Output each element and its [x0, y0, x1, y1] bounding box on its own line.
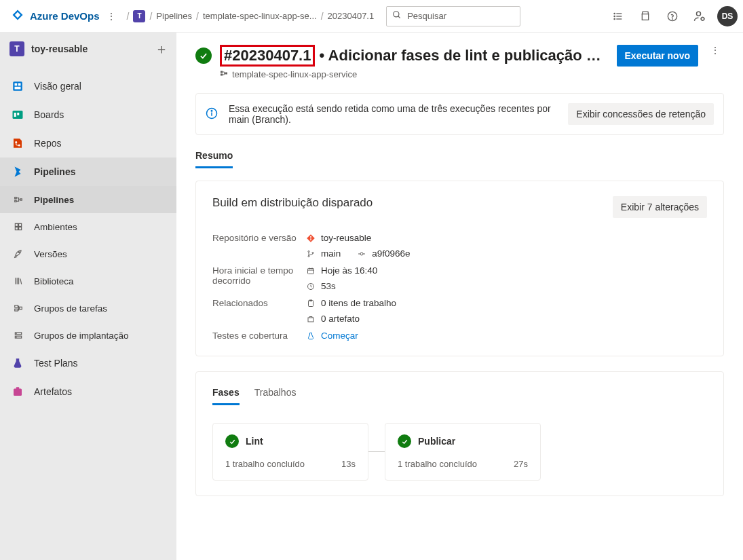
- org-menu-icon[interactable]: ⋮: [100, 11, 123, 22]
- breadcrumb-run-id[interactable]: 20230407.1: [328, 11, 375, 21]
- marketplace-icon[interactable]: [632, 11, 659, 22]
- stage-name: Lint: [246, 436, 263, 447]
- flask-icon: [306, 332, 316, 340]
- list-icon[interactable]: [605, 11, 632, 22]
- user-settings-icon[interactable]: [686, 10, 713, 22]
- sidebar-item-boards[interactable]: Boards: [0, 100, 176, 129]
- sidebar-sub-deploygroups[interactable]: Grupos de implantação: [0, 322, 176, 349]
- breadcrumb-project-tile[interactable]: T: [133, 10, 145, 22]
- commit-hash[interactable]: a9f0966e: [372, 248, 410, 259]
- tab-jobs[interactable]: Trabalhos: [254, 387, 297, 405]
- label-time: Hora inicial e tempo decorrido: [212, 265, 301, 286]
- svg-rect-43: [221, 74, 223, 75]
- brand-label: Azure DevOps: [30, 10, 100, 22]
- help-icon[interactable]: [659, 11, 686, 22]
- label-related: Relacionados: [212, 298, 301, 308]
- svg-rect-22: [15, 200, 16, 202]
- tab-phases[interactable]: Fases: [212, 387, 240, 405]
- svg-rect-15: [15, 87, 21, 90]
- stage-duration: 13s: [341, 459, 356, 469]
- sidebar-item-repos[interactable]: Repos: [0, 129, 176, 157]
- repo-name[interactable]: toy-reusable: [321, 233, 371, 243]
- view-retention-button[interactable]: Exibir concessões de retenção: [568, 103, 714, 125]
- stage-publish[interactable]: Publicar 1 trabalho concluído 27s: [385, 423, 541, 481]
- breadcrumb-pipelines[interactable]: Pipelines: [156, 11, 192, 21]
- project-name: toy-reusable: [31, 43, 88, 54]
- svg-point-54: [360, 253, 363, 255]
- search-icon: [392, 10, 402, 22]
- sidebar-item-testplans[interactable]: Test Plans: [0, 349, 176, 377]
- search-box[interactable]: [386, 6, 520, 26]
- add-icon[interactable]: ＋: [155, 40, 168, 58]
- svg-point-51: [308, 250, 309, 252]
- label-repo: Repositório e versão: [212, 233, 301, 243]
- sidebar-item-pipelines[interactable]: Pipelines: [0, 157, 176, 186]
- branch-name[interactable]: main: [321, 248, 341, 259]
- stage-duration: 27s: [514, 459, 528, 469]
- workitem-icon: [306, 299, 316, 307]
- svg-rect-41: [16, 387, 20, 390]
- git-icon: [306, 234, 316, 243]
- run-more-icon[interactable]: ⋮: [706, 45, 724, 56]
- artifacts-count[interactable]: 0 artefato: [321, 314, 360, 324]
- work-items[interactable]: 0 itens de trabalho: [321, 298, 396, 308]
- avatar[interactable]: DS: [717, 6, 738, 26]
- testplans-icon: [11, 356, 24, 370]
- svg-point-20: [18, 145, 20, 147]
- sidebar-item-label: Test Plans: [34, 358, 78, 369]
- sidebar-sub-pipelines[interactable]: Pipelines: [0, 186, 176, 213]
- sidebar-sub-releases[interactable]: Versões: [0, 240, 176, 267]
- branch-icon: [306, 250, 316, 258]
- repos-icon: [11, 136, 24, 150]
- sidebar-item-artifacts[interactable]: Artefatos: [0, 377, 176, 406]
- svg-point-7: [614, 18, 615, 19]
- svg-rect-23: [20, 199, 22, 200]
- run-pipeline-name[interactable]: template-spec-linux-app-service: [232, 69, 357, 79]
- pipelines-sub-icon: [12, 195, 24, 204]
- tab-summary[interactable]: Resumo: [195, 150, 233, 168]
- sidebar-sub-label: Grupos de implantação: [34, 331, 129, 341]
- artifacts-icon: [11, 385, 24, 398]
- run-again-button[interactable]: Executar novo: [617, 45, 698, 67]
- svg-point-28: [18, 252, 20, 253]
- project-row[interactable]: T toy-reusable ＋: [0, 33, 176, 65]
- sidebar-sub-label: Ambientes: [34, 222, 77, 232]
- svg-rect-44: [226, 73, 227, 74]
- stage-lint[interactable]: Lint 1 trabalho concluído 13s: [212, 423, 368, 481]
- sidebar-sub-environments[interactable]: Ambientes: [0, 213, 176, 240]
- sidebar-item-label: Artefatos: [34, 386, 72, 397]
- banner-text: Essa execução está sendo retida como uma…: [229, 103, 557, 125]
- tests-start-link[interactable]: Começar: [321, 331, 358, 341]
- svg-rect-64: [308, 318, 313, 322]
- sidebar-sub-taskgroups[interactable]: Grupos de tarefas: [0, 295, 176, 322]
- svg-rect-18: [17, 113, 19, 115]
- svg-rect-24: [15, 223, 18, 226]
- stage-connector: [368, 423, 385, 481]
- sidebar-sub-library[interactable]: Biblioteca: [0, 267, 176, 295]
- svg-line-1: [398, 16, 400, 18]
- svg-point-47: [211, 110, 212, 111]
- svg-rect-35: [20, 307, 22, 310]
- sidebar-item-label: Repos: [34, 138, 61, 149]
- stage-status-text: 1 trabalho concluído: [398, 459, 477, 469]
- project-tile: T: [9, 41, 24, 56]
- sidebar-item-overview[interactable]: Visão geral: [0, 72, 176, 100]
- boards-icon: [11, 108, 24, 122]
- overview-icon: [11, 79, 24, 93]
- run-status-success-icon: [195, 48, 212, 64]
- pipeline-mini-icon: [220, 69, 228, 79]
- main-content: #20230407.1 • Adicionar fases de lint e …: [176, 33, 743, 560]
- releases-icon: [12, 249, 24, 259]
- svg-line-32: [20, 279, 22, 284]
- brand-block[interactable]: Azure DevOps: [11, 8, 100, 24]
- sidebar-sub-label: Grupos de tarefas: [34, 303, 107, 314]
- svg-rect-57: [308, 268, 314, 274]
- breadcrumb-pipeline-name[interactable]: template-spec-linux-app-se...: [203, 11, 317, 21]
- svg-point-52: [308, 255, 309, 257]
- view-changes-button[interactable]: Exibir 7 alterações: [613, 196, 707, 218]
- library-icon: [12, 276, 24, 286]
- svg-point-6: [614, 16, 615, 16]
- artifact-icon: [306, 315, 316, 323]
- search-input[interactable]: [407, 11, 514, 21]
- sidebar-item-label: Boards: [34, 109, 64, 120]
